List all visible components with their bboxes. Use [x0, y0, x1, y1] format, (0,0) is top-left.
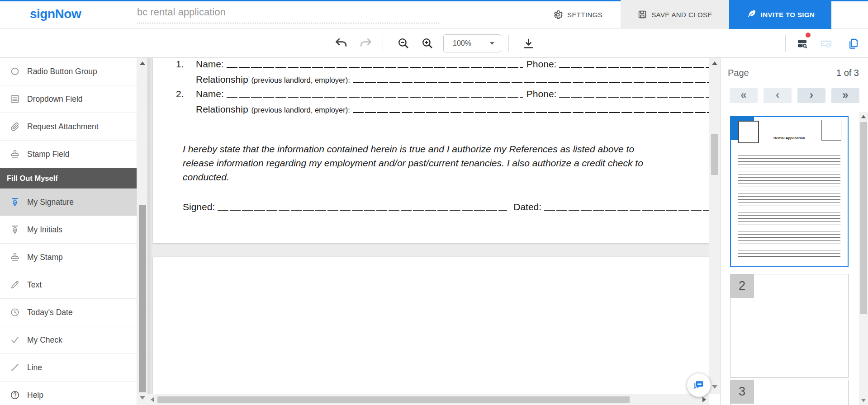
panel-scrollbar-thumb[interactable]: [860, 122, 867, 314]
zoom-in-button[interactable]: [418, 34, 436, 52]
line-icon: [10, 363, 20, 372]
sidebar-section-fill-out-myself: Fill Out Myself: [0, 168, 137, 188]
radio-button-icon: [10, 66, 20, 76]
sidebar-item-stamp-field[interactable]: Stamp Field: [0, 141, 137, 168]
scroll-down-arrow-icon[interactable]: [861, 399, 866, 402]
signature-line: [218, 210, 507, 211]
sidebar-scrollbar[interactable]: [137, 58, 147, 405]
zoom-level-value: 100%: [453, 39, 471, 47]
redo-button[interactable]: [356, 34, 375, 52]
document-page-1[interactable]: 1.Name:Phone:Relationship(previous landl…: [153, 58, 709, 243]
feedback-chat-button[interactable]: [687, 373, 711, 397]
sidebar-item-text[interactable]: Text: [0, 271, 137, 299]
settings-label: SETTINGS: [567, 11, 602, 19]
reference-2-relationship-row: Relationship(previous landlord, employer…: [196, 104, 709, 115]
page-thumbnail-3[interactable]: 3: [730, 380, 849, 405]
sidebar-item-today-s-date[interactable]: Today's Date: [0, 299, 137, 326]
scroll-up-arrow-icon[interactable]: [712, 61, 717, 65]
sidebar-scrollbar-thumb[interactable]: [139, 205, 146, 392]
phone-label: Phone:: [526, 89, 557, 99]
relationship-hint: (previous landlord, employer):: [251, 76, 350, 85]
relationship-line: [353, 112, 709, 113]
last-page-button[interactable]: »: [831, 88, 859, 103]
copy-document-button[interactable]: [844, 34, 862, 52]
sidebar-item-radio-button-group[interactable]: Radio Button Group: [0, 58, 137, 85]
document-horizontal-scrollbar[interactable]: [147, 394, 709, 405]
next-page-button[interactable]: ›: [797, 88, 825, 103]
app-header: signNow bc rental application SETTINGS S…: [0, 0, 868, 29]
previous-page-button[interactable]: ‹: [764, 88, 792, 103]
settings-button[interactable]: SETTINGS: [546, 0, 609, 29]
save-and-close-button[interactable]: SAVE AND CLOSE: [621, 0, 729, 29]
scroll-up-arrow-icon[interactable]: [861, 115, 866, 118]
document-canvas[interactable]: 1.Name:Phone:Relationship(previous landl…: [147, 58, 709, 394]
sidebar-item-my-check[interactable]: My Check: [0, 326, 137, 354]
document-page-2[interactable]: [153, 257, 709, 394]
zoom-level-select[interactable]: 100%: [443, 34, 501, 52]
sidebar-item-my-initials[interactable]: My Initials: [0, 216, 137, 244]
sidebar-item-label: Today's Date: [27, 308, 73, 317]
scroll-up-arrow-icon[interactable]: [140, 61, 145, 65]
page-navigation: «‹›»: [730, 88, 859, 103]
toolbar-divider: [508, 35, 509, 52]
sidebar-item-help[interactable]: Help: [0, 381, 137, 405]
scroll-down-arrow-icon[interactable]: [140, 396, 145, 400]
page-thumbnail-1[interactable]: 1Rental Application: [730, 116, 849, 267]
thumbnail-form-lines: [738, 152, 840, 259]
date-line: [544, 210, 709, 211]
page-indicator: 1 of 3: [836, 68, 859, 78]
toolbar-divider: [785, 35, 786, 52]
first-page-button[interactable]: «: [730, 88, 758, 103]
scroll-down-arrow-icon[interactable]: [712, 385, 717, 389]
signature-icon: [10, 225, 20, 235]
phone-label: Phone:: [526, 59, 557, 70]
sidebar-item-label: My Signature: [27, 198, 74, 207]
scroll-right-arrow-icon[interactable]: [702, 397, 706, 402]
text-icon: [10, 280, 20, 290]
sidebar-item-label: Line: [27, 363, 42, 372]
document-vertical-scrollbar[interactable]: [709, 58, 720, 394]
sidebar-item-label: Help: [27, 391, 43, 400]
phone-line: [559, 97, 709, 98]
dated-label: Dated:: [513, 202, 541, 212]
fields-sidebar: Radio Button GroupDropdown FieldRequest …: [0, 58, 137, 405]
signnow-logo[interactable]: signNow: [30, 7, 81, 21]
download-button[interactable]: [519, 34, 537, 52]
signed-dated-row: Signed: Dated:: [183, 202, 709, 212]
page-number-badge: 3: [730, 380, 754, 404]
document-title-input[interactable]: bc rental application: [137, 6, 439, 24]
sidebar-item-request-attachment[interactable]: Request Attachment: [0, 113, 137, 141]
chevron-down-icon: [490, 42, 494, 45]
panel-scrollbar[interactable]: [859, 112, 868, 405]
reference-2-name-row: 2.Name:Phone:: [176, 89, 709, 99]
sidebar-item-label: Dropdown Field: [27, 94, 83, 104]
signature-icon: [10, 197, 20, 207]
sidebar-item-line[interactable]: Line: [0, 354, 137, 381]
invite-to-sign-label: INVITE TO SIGN: [761, 11, 815, 19]
sidebar-item-dropdown-field[interactable]: Dropdown Field: [0, 85, 137, 113]
scroll-left-arrow-icon[interactable]: [151, 397, 154, 402]
invite-to-sign-button[interactable]: INVITE TO SIGN: [729, 0, 831, 29]
help-icon: [10, 390, 20, 400]
date-icon: [10, 307, 20, 317]
relationship-label: Relationship: [196, 104, 248, 115]
name-line: [227, 67, 523, 68]
phone-line: [559, 67, 709, 68]
stamp-icon: [10, 252, 20, 262]
zoom-out-button[interactable]: [394, 34, 413, 52]
declaration-paragraph: I hereby state that the information cont…: [183, 142, 643, 184]
document-horizontal-scrollbar-thumb[interactable]: [157, 396, 630, 403]
sidebar-item-label: Stamp Field: [27, 150, 69, 159]
sidebar-item-label: My Initials: [27, 225, 62, 235]
sidebar-item-my-stamp[interactable]: My Stamp: [0, 244, 137, 271]
toolbar-divider: [383, 35, 383, 52]
name-line: [227, 97, 523, 98]
sidebar-item-label: Request Attachment: [27, 122, 99, 132]
sidebar-item-my-signature[interactable]: My Signature: [0, 188, 137, 216]
document-vertical-scrollbar-thumb[interactable]: [711, 134, 718, 175]
reference-number: 2.: [176, 89, 196, 99]
page-thumbnail-2[interactable]: 2: [730, 274, 849, 378]
undo-button[interactable]: [332, 34, 351, 52]
editor-toolbar: 100%: [0, 29, 868, 58]
name-label: Name:: [196, 89, 224, 99]
